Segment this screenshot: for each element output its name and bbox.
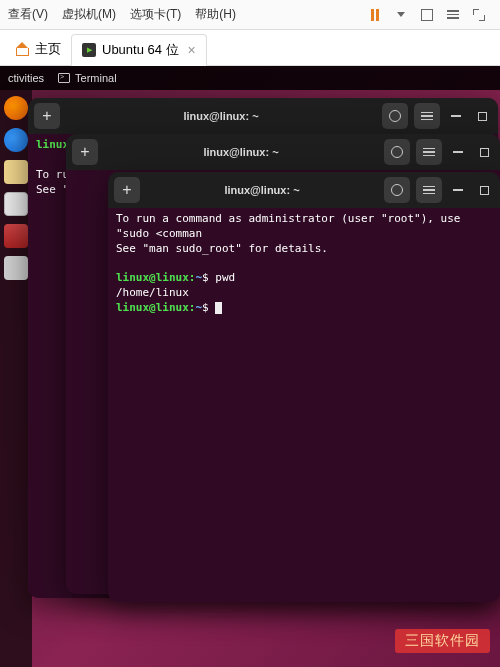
activities-button[interactable]: ctivities [8, 72, 44, 84]
host-tabs: 主页 Ubuntu 64 位 × [0, 30, 500, 66]
plus-icon: + [42, 107, 51, 125]
dock-app[interactable] [4, 256, 28, 280]
minimize-icon [451, 115, 461, 117]
dock-thunderbird[interactable] [4, 128, 28, 152]
minimize-button[interactable] [446, 103, 466, 129]
hamburger-icon [421, 112, 433, 121]
menu-view[interactable]: 查看(V) [8, 6, 48, 23]
command-line: linux@linux:~$ [116, 301, 492, 316]
fullscreen-icon [473, 9, 485, 21]
dock-firefox[interactable] [4, 96, 28, 120]
maximize-icon [480, 186, 489, 195]
maximize-button[interactable] [474, 177, 494, 203]
pause-button[interactable] [364, 4, 386, 26]
tab-ubuntu[interactable]: Ubuntu 64 位 × [71, 34, 207, 66]
tool-menu-button[interactable] [442, 4, 464, 26]
dock-app[interactable] [4, 192, 28, 216]
vm-icon [82, 43, 96, 57]
search-button[interactable] [382, 103, 408, 129]
new-tab-button[interactable]: + [34, 103, 60, 129]
sudo-message-line2: See "man sudo_root" for details. [116, 242, 492, 257]
dock-app[interactable] [4, 224, 28, 248]
menu-button[interactable] [416, 177, 442, 203]
topbar-app-label[interactable]: Terminal [58, 72, 117, 84]
menu-help[interactable]: 帮助(H) [195, 6, 236, 23]
new-tab-button[interactable]: + [72, 139, 98, 165]
cursor [215, 302, 222, 314]
search-icon [391, 146, 403, 158]
tab-ubuntu-label: Ubuntu 64 位 [102, 41, 179, 59]
maximize-icon [478, 112, 487, 121]
terminal-body[interactable]: To run a command as administrator (user … [108, 208, 500, 602]
gnome-topbar: ctivities Terminal [0, 66, 500, 90]
minimize-icon [453, 151, 463, 153]
plus-icon: + [80, 143, 89, 161]
command-line: linux@linux:~$ pwd [116, 271, 492, 286]
terminal-titlebar: + linux@linux: ~ [108, 172, 500, 208]
fullscreen-button[interactable] [468, 4, 490, 26]
search-button[interactable] [384, 177, 410, 203]
terminal-title: linux@linux: ~ [104, 146, 378, 158]
tab-home-label: 主页 [35, 40, 61, 58]
minimize-icon [453, 189, 463, 191]
sudo-message-line1: To run a command as administrator (user … [116, 212, 492, 242]
menu-tabs[interactable]: 选项卡(T) [130, 6, 181, 23]
plus-icon: + [122, 181, 131, 199]
search-icon [391, 184, 403, 196]
host-menubar: 查看(V) 虚拟机(M) 选项卡(T) 帮助(H) [0, 0, 500, 30]
minimize-button[interactable] [448, 139, 468, 165]
terminal-titlebar: + linux@linux: ~ [66, 134, 500, 170]
menu-icon [447, 10, 459, 19]
menu-vm[interactable]: 虚拟机(M) [62, 6, 116, 23]
prompt-symbol: $ [202, 301, 209, 314]
hamburger-icon [423, 148, 435, 157]
prompt-user: linux@linux: [116, 271, 195, 284]
pause-icon [370, 9, 380, 21]
hamburger-icon [423, 186, 435, 195]
new-tab-button[interactable]: + [114, 177, 140, 203]
menu-button[interactable] [414, 103, 440, 129]
maximize-button[interactable] [472, 103, 492, 129]
watermark: 三国软件园 [395, 629, 490, 653]
maximize-button[interactable] [474, 139, 494, 165]
topbar-app-text: Terminal [75, 72, 117, 84]
box-icon [421, 9, 433, 21]
menu-button[interactable] [416, 139, 442, 165]
search-button[interactable] [384, 139, 410, 165]
terminal-title: linux@linux: ~ [66, 110, 376, 122]
terminal-title: linux@linux: ~ [146, 184, 378, 196]
snapshot-button[interactable] [416, 4, 438, 26]
search-icon [389, 110, 401, 122]
dock-files[interactable] [4, 160, 28, 184]
maximize-icon [480, 148, 489, 157]
tab-close-icon[interactable]: × [188, 42, 196, 58]
minimize-button[interactable] [448, 177, 468, 203]
terminal-window-front[interactable]: + linux@linux: ~ To run a command as adm… [108, 172, 500, 602]
home-icon [16, 44, 29, 55]
command-text: pwd [215, 271, 235, 284]
vm-screen: ctivities Terminal + linux@linux: ~ linu… [0, 66, 500, 667]
terminal-titlebar: + linux@linux: ~ [28, 98, 498, 134]
prompt-user: linux@linux: [116, 301, 195, 314]
dropdown-button[interactable] [390, 4, 412, 26]
terminal-icon [58, 73, 70, 83]
chevron-down-icon [397, 12, 405, 17]
command-output: /home/linux [116, 286, 492, 301]
prompt-symbol: $ [202, 271, 209, 284]
tab-home[interactable]: 主页 [6, 33, 71, 65]
